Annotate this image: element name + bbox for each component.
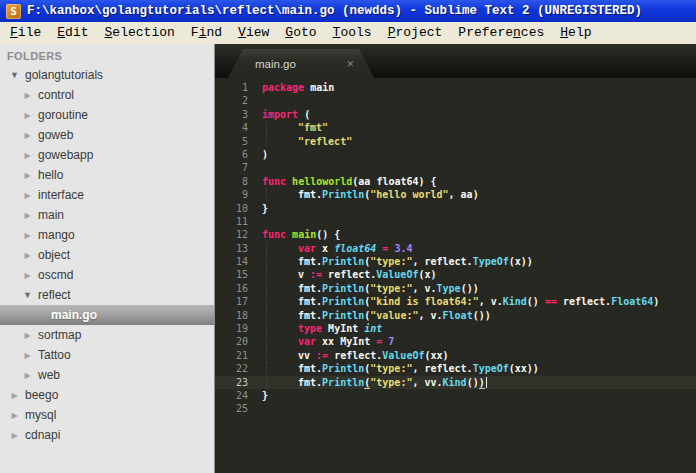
line-number: 10 [215, 202, 262, 215]
tree-item-web[interactable]: ▶web [0, 365, 214, 385]
tree-item-label: Tattoo [38, 348, 71, 362]
line-number: 8 [215, 175, 262, 188]
token: , reflect. [412, 255, 472, 268]
tree-item-cdnapi[interactable]: ▶cdnapi [0, 425, 214, 445]
disclosure-triangle-icon[interactable]: ▶ [8, 431, 21, 440]
token: () [527, 295, 545, 308]
tree-item-label: interface [38, 188, 84, 202]
code-line[interactable]: 15v := reflect.ValueOf(x) [215, 268, 696, 281]
tree-item-sortmap[interactable]: ▶sortmap [0, 325, 214, 345]
code-line[interactable]: 24} [215, 389, 696, 402]
tree-item-interface[interactable]: ▶interface [0, 185, 214, 205]
line-number: 4 [215, 121, 262, 134]
tab-close-icon[interactable]: × [346, 57, 354, 70]
code-line[interactable]: 1package main [215, 81, 696, 94]
token: ) [479, 376, 485, 389]
code-line[interactable]: 25 [215, 402, 696, 415]
tree-item-mango[interactable]: ▶mango [0, 225, 214, 245]
code-line[interactable]: 9fmt.Println("hello world", aa) [215, 188, 696, 201]
code-line[interactable]: 4"fmt" [215, 121, 696, 134]
text-caret [486, 377, 487, 388]
tab-main-go[interactable]: main.go × [228, 49, 374, 78]
disclosure-triangle-icon[interactable]: ▶ [21, 371, 34, 380]
disclosure-triangle-icon[interactable]: ▶ [21, 211, 34, 220]
code-line[interactable]: 11 [215, 215, 696, 228]
disclosure-triangle-icon[interactable]: ▶ [8, 391, 21, 400]
tree-item-beego[interactable]: ▶beego [0, 385, 214, 405]
code-line[interactable]: 22fmt.Println("type:", reflect.TypeOf(xx… [215, 362, 696, 375]
token: type [298, 322, 322, 335]
disclosure-triangle-icon[interactable]: ▶ [21, 351, 34, 360]
code-line[interactable]: 17fmt.Println("kind is float64:", v.Kind… [215, 295, 696, 308]
code-line[interactable]: 6) [215, 148, 696, 161]
tree-item-mysql[interactable]: ▶mysql [0, 405, 214, 425]
menu-item-project[interactable]: Project [380, 22, 451, 44]
code-line[interactable]: 19type MyInt int [215, 322, 696, 335]
disclosure-triangle-icon[interactable]: ▶ [21, 151, 34, 160]
code-line[interactable]: 12func main() { [215, 228, 696, 241]
code-editor[interactable]: 1package main23import (4"fmt"5"reflect"6… [215, 78, 696, 473]
tree-item-goweb[interactable]: ▶goweb [0, 125, 214, 145]
disclosure-triangle-icon[interactable]: ▶ [21, 331, 34, 340]
menu-item-tools[interactable]: Tools [325, 22, 380, 44]
token: float64 [334, 242, 376, 255]
code-line[interactable]: 3import ( [215, 108, 696, 121]
tree-item-gowebapp[interactable]: ▶gowebapp [0, 145, 214, 165]
line-number: 11 [215, 215, 262, 228]
code-line[interactable]: 21vv := reflect.ValueOf(xx) [215, 349, 696, 362]
menu-item-goto[interactable]: Goto [277, 22, 324, 44]
disclosure-triangle-icon[interactable]: ▶ [21, 171, 34, 180]
disclosure-triangle-icon[interactable]: ▶ [21, 91, 34, 100]
disclosure-triangle-icon[interactable]: ▶ [21, 251, 34, 260]
menu-item-find[interactable]: Find [183, 22, 230, 44]
code-line[interactable]: 2 [215, 94, 696, 107]
code-line[interactable]: 18fmt.Println("value:", v.Float()) [215, 309, 696, 322]
tree-item-hello[interactable]: ▶hello [0, 165, 214, 185]
line-number: 12 [215, 228, 262, 241]
tree-item-oscmd[interactable]: ▶oscmd [0, 265, 214, 285]
tree-item-control[interactable]: ▶control [0, 85, 214, 105]
tree-item-reflect[interactable]: ▼reflect [0, 285, 214, 305]
code-line[interactable]: 10} [215, 202, 696, 215]
disclosure-triangle-icon[interactable]: ▶ [21, 271, 34, 280]
line-number: 9 [215, 188, 262, 201]
tree-item-label: beego [25, 388, 58, 402]
tree-item-main-go[interactable]: main.go [0, 305, 214, 325]
code-line[interactable]: 13var x float64 = 3.4 [215, 242, 696, 255]
code-line[interactable]: 23fmt.Println("type:", vv.Kind()) [215, 376, 696, 389]
disclosure-triangle-icon[interactable]: ▼ [8, 70, 21, 80]
disclosure-triangle-icon[interactable]: ▶ [8, 411, 21, 420]
code-line[interactable]: 20var xx MyInt = 7 [215, 335, 696, 348]
code-line[interactable]: 5"reflect" [215, 135, 696, 148]
line-number: 6 [215, 148, 262, 161]
code-line[interactable]: 8func helloworld(aa float64) { [215, 175, 696, 188]
tree-item-main[interactable]: ▶main [0, 205, 214, 225]
disclosure-triangle-icon[interactable]: ▼ [21, 290, 34, 300]
code-line[interactable]: 14fmt.Println("type:", reflect.TypeOf(x)… [215, 255, 696, 268]
tree-item-label: golangtutorials [25, 68, 103, 82]
tree-item-object[interactable]: ▶object [0, 245, 214, 265]
tree-item-label: reflect [38, 288, 71, 302]
disclosure-triangle-icon[interactable]: ▶ [21, 231, 34, 240]
menu-item-file[interactable]: File [2, 22, 49, 44]
token: ()) [473, 309, 491, 322]
token: x [316, 242, 334, 255]
token: (x) [418, 268, 436, 281]
disclosure-triangle-icon[interactable]: ▶ [21, 191, 34, 200]
disclosure-triangle-icon[interactable]: ▶ [21, 111, 34, 120]
menu-item-view[interactable]: View [230, 22, 277, 44]
disclosure-triangle-icon[interactable]: ▶ [21, 131, 34, 140]
tree-item-goroutine[interactable]: ▶goroutine [0, 105, 214, 125]
token: := [310, 268, 322, 281]
code-line[interactable]: 16fmt.Println("type:", v.Type()) [215, 282, 696, 295]
token: (x)) [509, 255, 533, 268]
menu-item-edit[interactable]: Edit [49, 22, 96, 44]
menu-item-selection[interactable]: Selection [97, 22, 183, 44]
tree-item-tattoo[interactable]: ▶Tattoo [0, 345, 214, 365]
code-line[interactable]: 7 [215, 161, 696, 174]
menu-item-help[interactable]: Help [552, 22, 599, 44]
sublime-app-icon[interactable]: S [6, 4, 21, 19]
indent-guide [266, 335, 298, 348]
menu-item-preferences[interactable]: Preferences [450, 22, 552, 44]
tree-item-golangtutorials[interactable]: ▼golangtutorials [0, 65, 214, 85]
